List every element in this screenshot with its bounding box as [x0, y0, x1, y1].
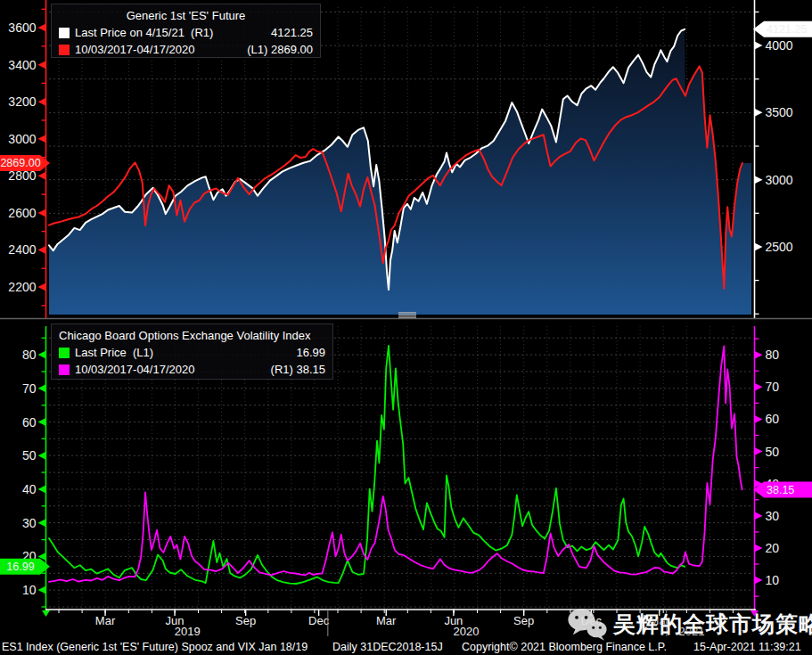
wechat-icon — [567, 606, 608, 642]
vix-legend: Chicago Board Options Exchange Volatilit… — [51, 323, 333, 380]
y-axis-tick-label: 2200 — [8, 280, 36, 294]
es-last-label: Last Price on 4/15/21 (R1) — [75, 24, 271, 41]
tick-arrow-icon — [38, 209, 46, 217]
legend-row-vix-shifted: 10/03/2017-04/17/2020 (R1) 38.15 — [59, 361, 325, 378]
watermark-text: 吴辉的全球市场策略 — [613, 610, 812, 639]
y-axis-tick-label: 2500 — [766, 240, 793, 254]
vix-shifted-label: 10/03/2017-04/17/2020 — [75, 361, 271, 378]
vix-shifted-swatch-icon — [59, 364, 70, 375]
vix-shifted-value: (R1) 38.15 — [271, 361, 325, 378]
tick-arrow-icon — [38, 519, 46, 527]
y-axis-tick-label: 40 — [22, 482, 37, 496]
y-axis-tick-label: 3600 — [8, 20, 36, 35]
x-axis-year-label: 2020 — [454, 625, 480, 638]
y-axis-tick-label: 3200 — [8, 94, 36, 109]
y-axis-tick-label: 20 — [766, 541, 780, 555]
x-axis-month-label: Sep — [513, 614, 534, 627]
y-axis-tick-label: 4000 — [766, 38, 793, 53]
y-axis-tick-label: 50 — [766, 445, 780, 459]
y-axis-tick-label: 3400 — [8, 58, 36, 72]
x-axis-month-label: Mar — [95, 614, 116, 627]
tick-arrow-icon — [755, 351, 763, 359]
y-axis-tick-label: 3000 — [8, 132, 36, 146]
tick-arrow-icon — [38, 98, 46, 106]
y-axis-tick-label: 30 — [22, 516, 37, 530]
vix-legend-title: Chicago Board Options Exchange Volatilit… — [59, 327, 325, 344]
last-price-label: 38.15 — [767, 484, 794, 496]
legend-row-vix-last: Last Price (L1) 16.99 — [59, 344, 325, 361]
y-axis-tick-label: 70 — [22, 381, 37, 396]
tick-arrow-icon — [755, 42, 763, 50]
tick-arrow-icon — [38, 384, 46, 392]
bloomberg-chart-window: 2200240026002800300032003400360025003000… — [0, 0, 812, 655]
x-axis-month-label: Dec — [308, 614, 330, 627]
es-shifted-value: (L1) 2869.00 — [247, 41, 313, 58]
price-legend: Generic 1st 'ES' Future Last Price on 4/… — [51, 4, 321, 58]
y-axis-tick-label: 30 — [766, 509, 780, 523]
legend-row-es-last: Last Price on 4/15/21 (R1) 4121.25 — [59, 24, 313, 41]
tick-arrow-icon — [755, 242, 763, 250]
y-axis-tick-label: 80 — [766, 348, 780, 362]
tick-arrow-icon — [38, 135, 46, 143]
es-last-swatch-icon — [59, 28, 70, 38]
axis-corner-icon — [42, 610, 50, 617]
es-last-value: 4121.25 — [271, 24, 313, 41]
y-axis-tick-label: 10 — [766, 573, 780, 587]
tick-arrow-icon — [755, 447, 763, 455]
timestamp: 15-Apr-2021 11:39:21 — [693, 641, 801, 653]
x-axis-month-label: Mar — [376, 614, 397, 627]
tick-arrow-icon — [755, 383, 763, 391]
tick-arrow-icon — [38, 61, 46, 69]
x-axis-month-label: Sep — [235, 614, 256, 627]
legend-row-es-shifted: 10/03/2017-04/17/2020 (L1) 2869.00 — [59, 41, 313, 58]
x-axis-year-label: 2019 — [175, 625, 201, 638]
y-axis-tick-label: 60 — [22, 415, 37, 430]
y-axis-tick-label: 70 — [766, 380, 780, 394]
last-price-label: 2869.00 — [0, 157, 40, 169]
chart-description: ES1 Index (Generic 1st 'ES' Future) Spoo… — [2, 641, 308, 653]
tick-arrow-icon — [38, 172, 46, 180]
y-axis-tick-label: 2600 — [8, 206, 36, 220]
last-price-label: 4121.25 — [767, 23, 807, 36]
tick-arrow-icon — [755, 176, 763, 184]
vix-last-value: 16.99 — [296, 344, 325, 361]
tick-arrow-icon — [755, 415, 763, 423]
tick-arrow-icon — [755, 544, 763, 552]
chart-plot-area[interactable]: 2200240026002800300032003400360025003000… — [0, 0, 812, 638]
y-axis-tick-label: 50 — [22, 448, 37, 463]
y-axis-tick-label: 2400 — [8, 242, 36, 257]
tick-arrow-icon — [755, 577, 763, 585]
chart-period: Daily 31DEC2018-15J — [332, 641, 443, 653]
last-price-label: 16.99 — [6, 561, 34, 573]
y-axis-tick-label: 80 — [22, 348, 37, 362]
tick-arrow-icon — [755, 109, 763, 117]
es-shifted-swatch-icon — [59, 45, 70, 55]
tick-arrow-icon — [38, 452, 46, 460]
tick-arrow-icon — [38, 283, 46, 291]
es-shifted-label: 10/03/2017-04/17/2020 — [75, 41, 247, 58]
y-axis-tick-label: 10 — [22, 583, 37, 597]
vix-last-label: Last Price (L1) — [75, 344, 296, 361]
tick-arrow-icon — [38, 418, 46, 426]
vix-last-line — [49, 346, 685, 584]
y-axis-tick-label: 60 — [766, 412, 780, 426]
tick-arrow-icon — [755, 512, 763, 520]
tick-arrow-icon — [38, 24, 46, 32]
price-legend-title: Generic 1st 'ES' Future — [59, 7, 313, 24]
copyright-text: Copyright© 2021 Bloomberg Finance L.P. — [462, 641, 667, 653]
tick-arrow-icon — [38, 586, 46, 594]
tick-arrow-icon — [38, 485, 46, 493]
tick-arrow-icon — [38, 351, 46, 359]
y-axis-tick-label: 3000 — [766, 173, 793, 187]
vix-last-swatch-icon — [59, 348, 70, 358]
tick-arrow-icon — [38, 246, 46, 254]
watermark: 吴辉的全球市场策略 — [567, 606, 812, 642]
y-axis-tick-label: 3500 — [766, 105, 793, 119]
